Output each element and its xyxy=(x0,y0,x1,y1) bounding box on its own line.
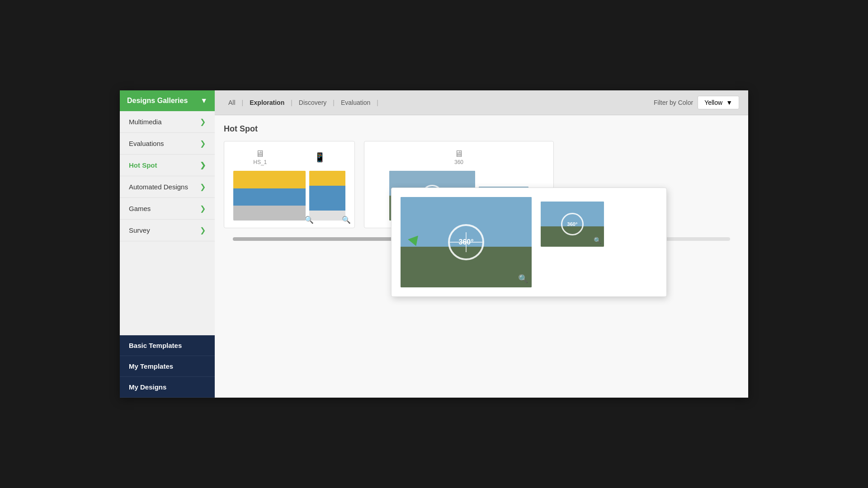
sidebar-item-games[interactable]: Games ❯ xyxy=(120,198,215,220)
sidebar-item-evaluations[interactable]: Evaluations ❯ xyxy=(120,133,215,155)
sidebar-item-hotspot[interactable]: Hot Spot ❯ xyxy=(120,155,215,176)
arrow-right-icon: ❯ xyxy=(200,117,206,126)
360-icon-expanded-lg: 360° xyxy=(448,224,484,260)
sidebar-item-label: Multimedia xyxy=(129,118,162,126)
arrow-right-icon: ❯ xyxy=(200,161,206,169)
section-title: Hot Spot xyxy=(224,124,739,134)
tab-exploration[interactable]: Exploration xyxy=(245,97,289,108)
arrow-right-icon: ❯ xyxy=(200,204,206,213)
sidebar-item-multimedia[interactable]: Multimedia ❯ xyxy=(120,111,215,133)
sidebar-item-label: Survey xyxy=(129,226,150,234)
monitor-icon: 🖥 xyxy=(253,149,267,159)
sidebar-header[interactable]: Designs Galleries ▼ xyxy=(120,90,215,111)
hs1-device-label: HS_1 xyxy=(253,159,267,165)
filter-dropdown[interactable]: Yellow ▼ xyxy=(698,96,739,109)
gallery-area: Hot Spot 🖥 HS_1 📱 xyxy=(215,115,748,398)
chevron-down-icon: ▼ xyxy=(200,97,208,105)
360-icon-expanded-sm: 360° xyxy=(561,213,584,235)
tab-nav: All | Exploration | Discovery | Evaluati… xyxy=(224,97,378,108)
hs1-small-visual xyxy=(309,171,345,221)
card-group-header-360: 🖥 360 xyxy=(372,149,546,165)
sidebar-bottom: Basic Templates My Templates My Designs xyxy=(120,335,215,398)
search-icon-expanded[interactable]: 🔍 xyxy=(518,274,528,284)
filter-label: Filter by Color xyxy=(654,99,693,106)
monitor-icon-360: 🖥 xyxy=(454,149,463,159)
tablet-icon: 📱 xyxy=(314,152,326,163)
arrow-right-icon: ❯ xyxy=(200,139,206,148)
arrow-right-icon: ❯ xyxy=(200,226,206,235)
tab-evaluation[interactable]: Evaluation xyxy=(336,97,375,108)
search-icon[interactable]: 🔍 xyxy=(342,216,351,224)
tab-all[interactable]: All xyxy=(224,97,240,108)
sidebar-item-label: Evaluations xyxy=(129,140,164,147)
hs1-thumb-large[interactable] xyxy=(233,171,306,221)
filter-area: Filter by Color Yellow ▼ xyxy=(654,96,739,109)
my-templates-button[interactable]: My Templates xyxy=(120,356,215,377)
sidebar-item-label: Automated Designs xyxy=(129,183,188,191)
hs1-thumb-visual xyxy=(233,171,306,221)
expanded-card-overlay[interactable]: 360° 🔍 360° 🔍 xyxy=(391,188,667,297)
basic-templates-button[interactable]: Basic Templates xyxy=(120,335,215,356)
sidebar-item-automated[interactable]: Automated Designs ❯ xyxy=(120,176,215,198)
expanded-side: 360° 🔍 xyxy=(541,197,604,287)
hs1-thumb-small[interactable] xyxy=(309,171,345,221)
main-content: All | Exploration | Discovery | Evaluati… xyxy=(215,90,748,398)
sidebar: Designs Galleries ▼ Multimedia ❯ Evaluat… xyxy=(120,90,215,398)
tab-discovery[interactable]: Discovery xyxy=(294,97,331,108)
card-group-header-hs1: 🖥 HS_1 📱 xyxy=(231,149,347,165)
search-icon-2[interactable]: 🔍 xyxy=(305,216,314,224)
arrow-right-icon: ❯ xyxy=(200,183,206,191)
sidebar-item-label: Games xyxy=(129,205,151,212)
360-device-label: 360 xyxy=(454,159,463,165)
card-group-hs1[interactable]: 🖥 HS_1 📱 xyxy=(224,141,355,228)
sidebar-item-survey[interactable]: Survey ❯ xyxy=(120,220,215,241)
top-bar: All | Exploration | Discovery | Evaluati… xyxy=(215,90,748,115)
sidebar-title: Designs Galleries xyxy=(127,97,188,105)
sidebar-item-label: Hot Spot xyxy=(129,161,157,169)
chevron-down-icon: ▼ xyxy=(726,99,732,106)
filter-value: Yellow xyxy=(704,99,722,106)
my-designs-button[interactable]: My Designs xyxy=(120,377,215,398)
search-icon-sm[interactable]: 🔍 xyxy=(594,237,601,244)
hs1-thumbnails xyxy=(233,171,345,221)
expanded-thumb-small[interactable]: 360° 🔍 xyxy=(541,202,604,247)
